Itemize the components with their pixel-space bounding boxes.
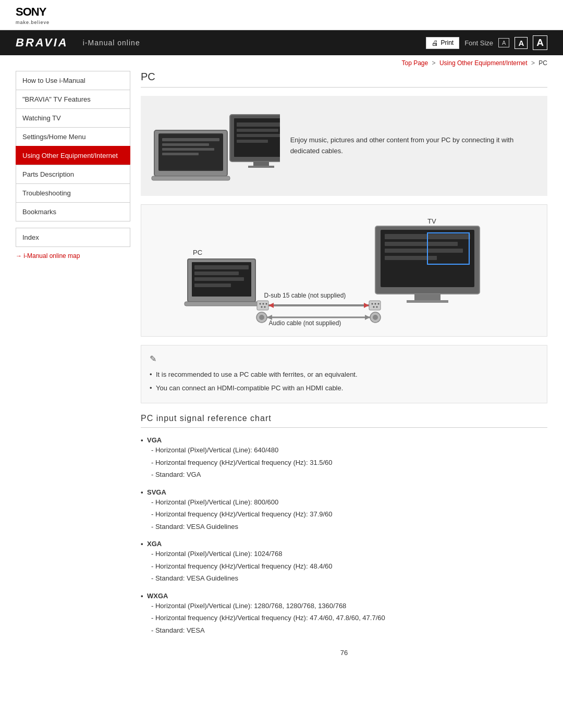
breadcrumb-sep1: > <box>432 59 437 67</box>
svg-point-41 <box>372 303 373 305</box>
print-label: Print <box>440 39 454 46</box>
signal-name-3: WXGA <box>141 592 168 600</box>
note-item-1: You can connect an HDMI-compatible PC wi… <box>150 381 538 395</box>
svg-rect-32 <box>194 277 244 281</box>
signal-item-3: WXGAHorizontal (Pixel)/Vertical (Line): … <box>141 592 547 637</box>
svg-marker-47 <box>268 303 274 308</box>
signal-name-1: SVGA <box>141 488 166 496</box>
signal-detail-0-0: Horizontal (Pixel)/Vertical (Line): 640/… <box>141 444 547 456</box>
signal-detail-3-2: Standard: VESA <box>141 624 547 637</box>
signal-detail-2-1: Horizontal frequency (kHz)/Vertical freq… <box>141 560 547 573</box>
svg-rect-19 <box>414 294 440 300</box>
signal-detail-1-2: Standard: VESA Guidelines <box>141 521 547 533</box>
svg-rect-4 <box>162 138 219 141</box>
svg-point-36 <box>263 303 264 305</box>
svg-point-44 <box>373 306 375 308</box>
svg-rect-31 <box>194 272 239 275</box>
svg-rect-22 <box>385 242 458 246</box>
signal-item-1: SVGAHorizontal (Pixel)/Vertical (Line): … <box>141 488 547 533</box>
font-large-button[interactable]: A <box>533 35 547 50</box>
svg-rect-33 <box>194 283 231 287</box>
svg-rect-15 <box>237 140 268 143</box>
sidebar-item-troubleshooting[interactable]: Troubleshooting <box>16 183 130 202</box>
signal-detail-2-0: Horizontal (Pixel)/Vertical (Line): 1024… <box>141 548 547 560</box>
svg-marker-55 <box>365 315 370 320</box>
svg-point-50 <box>259 315 264 320</box>
top-bar-right: 🖨 Print Font Size A A A <box>426 35 547 50</box>
breadcrumb-current: PC <box>538 59 547 67</box>
svg-text:PC: PC <box>193 249 202 256</box>
svg-rect-12 <box>237 122 280 127</box>
signal-chart-title: PC input signal reference chart <box>141 414 547 428</box>
signal-detail-3-1: Horizontal frequency (kHz)/Vertical freq… <box>141 612 547 624</box>
svg-rect-5 <box>162 143 209 146</box>
svg-point-37 <box>266 303 267 305</box>
signal-detail-3-0: Horizontal (Pixel)/Vertical (Line): 1280… <box>141 600 547 612</box>
svg-rect-14 <box>237 134 280 137</box>
illustration-box: Enjoy music, pictures and other content … <box>141 96 547 196</box>
svg-rect-24 <box>385 256 437 260</box>
sidebar-item-watching-tv[interactable]: Watching TV <box>16 108 130 127</box>
page-number: 76 <box>141 644 547 662</box>
imanual-text: i-Manual online <box>83 39 140 47</box>
svg-rect-13 <box>237 129 278 132</box>
signal-detail-1-1: Horizontal frequency (kHz)/Vertical freq… <box>141 508 547 521</box>
pc-tv-illustration <box>149 104 280 188</box>
sidebar-item-bravia-tv-features[interactable]: "BRAVIA" TV Features <box>16 90 130 108</box>
page-title: PC <box>141 71 547 88</box>
sidebar-item-settings-home-menu[interactable]: Settings/Home Menu <box>16 127 130 146</box>
signal-name-0: VGA <box>141 436 162 444</box>
svg-text:Audio cable (not supplied): Audio cable (not supplied) <box>269 319 341 327</box>
svg-text:TV: TV <box>427 217 436 225</box>
top-bar: BRAVIA i-Manual online 🖨 Print Font Size… <box>0 30 563 55</box>
illustration-text: Enjoy music, pictures and other content … <box>290 135 539 157</box>
svg-point-35 <box>260 303 261 305</box>
font-medium-button[interactable]: A <box>515 37 528 49</box>
svg-point-39 <box>264 306 266 308</box>
breadcrumb: Top Page > Using Other Equipment/Interne… <box>0 55 563 71</box>
signal-detail-0-1: Horizontal frequency (kHz)/Vertical freq… <box>141 456 547 469</box>
sidebar: How to Use i-Manual "BRAVIA" TV Features… <box>16 71 130 662</box>
svg-point-45 <box>376 306 378 308</box>
svg-rect-23 <box>385 249 463 253</box>
signal-item-2: XGAHorizontal (Pixel)/Vertical (Line): 1… <box>141 540 547 585</box>
imanual-map-link[interactable]: → i-Manual online map <box>16 252 80 260</box>
bravia-logo: BRAVIA <box>16 36 68 50</box>
svg-rect-29 <box>185 302 259 306</box>
signal-detail-0-2: Standard: VGA <box>141 468 547 481</box>
sidebar-item-index[interactable]: Index <box>16 228 130 247</box>
map-arrow-icon: → <box>16 252 22 260</box>
svg-rect-6 <box>162 148 214 151</box>
font-size-label: Font Size <box>464 39 493 47</box>
sidebar-item-how-to-use[interactable]: How to Use i-Manual <box>16 71 130 90</box>
signal-item-0: VGAHorizontal (Pixel)/Vertical (Line): 6… <box>141 436 547 481</box>
notes-icon: ✎ <box>150 354 538 364</box>
sidebar-item-using-other-equipment[interactable]: Using Other Equipment/Internet <box>16 146 130 165</box>
notes-box: ✎ It is recommended to use a PC cable wi… <box>141 345 547 403</box>
svg-rect-20 <box>407 300 448 303</box>
signal-detail-1-0: Horizontal (Pixel)/Vertical (Line): 800/… <box>141 496 547 509</box>
connection-diagram: TV PC <box>177 213 511 328</box>
svg-rect-40 <box>369 301 381 310</box>
notes-list: It is recommended to use a PC cable with… <box>150 368 538 394</box>
svg-rect-7 <box>162 153 199 155</box>
font-small-button[interactable]: A <box>498 38 509 47</box>
svg-point-42 <box>375 303 376 305</box>
print-button[interactable]: 🖨 Print <box>426 37 459 49</box>
header: SONY make.believe <box>0 0 563 30</box>
sony-logo: SONY <box>16 6 547 18</box>
main-content: PC <box>141 71 547 662</box>
svg-point-52 <box>373 315 378 320</box>
svg-marker-48 <box>364 303 369 308</box>
main-layout: How to Use i-Manual "BRAVIA" TV Features… <box>0 71 563 677</box>
sidebar-item-parts-description[interactable]: Parts Description <box>16 165 130 183</box>
print-icon: 🖨 <box>432 39 438 47</box>
breadcrumb-top-page[interactable]: Top Page <box>401 59 428 67</box>
svg-point-43 <box>378 303 380 305</box>
note-item-0: It is recommended to use a PC cable with… <box>150 368 538 381</box>
svg-rect-10 <box>253 162 269 166</box>
signal-detail-2-2: Standard: VESA Guidelines <box>141 572 547 585</box>
signal-list: VGAHorizontal (Pixel)/Vertical (Line): 6… <box>141 436 547 636</box>
sidebar-item-bookmarks[interactable]: Bookmarks <box>16 202 130 221</box>
breadcrumb-section[interactable]: Using Other Equipment/Internet <box>439 59 528 67</box>
